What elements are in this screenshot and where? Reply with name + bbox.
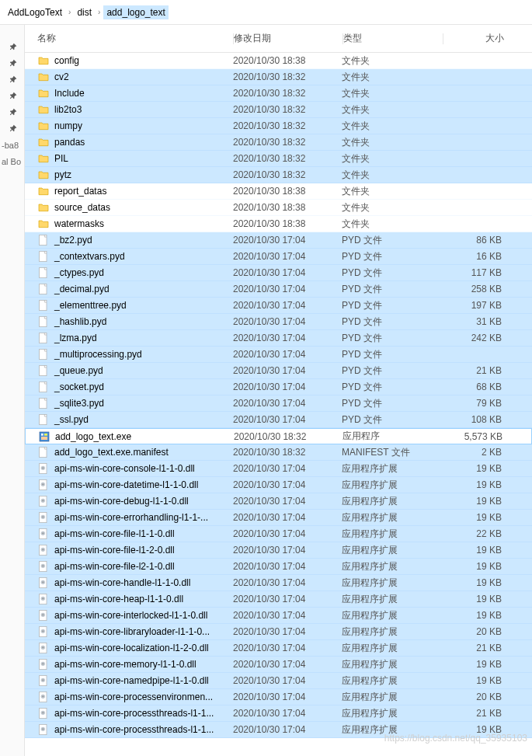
file-size: 19 KB (441, 496, 511, 507)
pin-icon[interactable] (0, 120, 24, 137)
file-type: PYD 文件 (342, 299, 441, 312)
header-type[interactable]: 类型 (343, 32, 443, 45)
table-row[interactable]: _sqlite3.pyd2020/10/30 17:04PYD 文件79 KB (25, 395, 532, 412)
header-size[interactable]: 大小 (443, 32, 513, 45)
table-row[interactable]: watermasks2020/10/30 18:38文件夹 (25, 216, 532, 232)
table-row[interactable]: cv22020/10/30 18:32文件夹 (25, 69, 532, 85)
table-row[interactable]: numpy2020/10/30 18:32文件夹 (25, 118, 532, 134)
file-name: api-ms-win-core-datetime-l1-1-0.dll (54, 479, 198, 490)
table-row[interactable]: api-ms-win-core-file-l1-1-0.dll2020/10/3… (25, 526, 532, 542)
table-row[interactable]: api-ms-win-core-file-l2-1-0.dll2020/10/3… (25, 559, 532, 575)
dll-icon (37, 511, 50, 524)
file-date: 2020/10/30 17:04 (233, 643, 342, 653)
table-row[interactable]: lib2to32020/10/30 18:32文件夹 (25, 102, 532, 118)
sidebar-item[interactable]: al Bo (0, 153, 24, 169)
table-row[interactable]: _hashlib.pyd2020/10/30 17:04PYD 文件31 KB (25, 314, 532, 330)
table-row[interactable]: _multiprocessing.pyd2020/10/30 17:04PYD … (25, 347, 532, 363)
table-row[interactable]: add_logo_text.exe.manifest2020/10/30 18:… (25, 444, 532, 461)
svg-rect-5 (40, 316, 47, 326)
dll-icon (37, 723, 50, 736)
svg-point-58 (42, 679, 43, 681)
svg-rect-9 (40, 381, 47, 392)
file-date: 2020/10/30 17:04 (233, 545, 342, 556)
pin-icon[interactable] (0, 71, 24, 88)
table-row[interactable]: _contextvars.pyd2020/10/30 17:04PYD 文件16… (25, 249, 532, 265)
table-row[interactable]: _bz2.pyd2020/10/30 17:04PYD 文件86 KB (25, 232, 532, 249)
chevron-right-icon: › (68, 8, 71, 16)
table-row[interactable]: pandas2020/10/30 18:32文件夹 (25, 134, 532, 151)
table-row[interactable]: pytz2020/10/30 18:32文件夹 (25, 167, 532, 183)
svg-rect-8 (40, 365, 47, 375)
file-size: 19 KB (441, 659, 511, 670)
file-size: 2 KB (441, 447, 511, 458)
table-row[interactable]: api-ms-win-core-processthreads-l1-1...20… (25, 722, 532, 738)
pin-icon[interactable] (0, 104, 24, 120)
table-row[interactable]: api-ms-win-core-file-l1-2-0.dll2020/10/3… (25, 542, 532, 559)
table-row[interactable]: _ctypes.pyd2020/10/30 17:04PYD 文件117 KB (25, 265, 532, 281)
table-row[interactable]: Include2020/10/30 18:32文件夹 (25, 85, 532, 102)
table-row[interactable]: api-ms-win-core-debug-l1-1-0.dll2020/10/… (25, 493, 532, 510)
table-row[interactable]: api-ms-win-core-heap-l1-1-0.dll2020/10/3… (25, 591, 532, 608)
file-name: report_datas (54, 186, 106, 197)
header-name[interactable]: 名称 (25, 32, 233, 45)
file-name: api-ms-win-core-file-l2-1-0.dll (54, 561, 175, 572)
file-type: 文件夹 (342, 185, 441, 198)
table-row[interactable]: api-ms-win-core-handle-l1-1-0.dll2020/10… (25, 575, 532, 591)
table-row[interactable]: api-ms-win-core-memory-l1-1-0.dll2020/10… (25, 657, 532, 673)
pin-icon[interactable] (0, 39, 24, 55)
dll-icon (37, 528, 50, 540)
table-row[interactable]: report_datas2020/10/30 18:38文件夹 (25, 183, 532, 200)
file-name: add_logo_text.exe.manifest (54, 447, 169, 458)
header-date[interactable]: 修改日期 (234, 32, 342, 45)
table-row[interactable]: PIL2020/10/30 18:32文件夹 (25, 151, 532, 167)
table-row[interactable]: api-ms-win-core-namedpipe-l1-1-0.dll2020… (25, 673, 532, 689)
file-date: 2020/10/30 17:04 (233, 333, 342, 343)
file-name: api-ms-win-core-namedpipe-l1-1-0.dll (54, 675, 209, 686)
file-name: api-ms-win-core-errorhandling-l1-1-... (54, 512, 208, 523)
breadcrumb-item[interactable]: AddLogoText (5, 5, 65, 19)
svg-point-19 (42, 467, 43, 469)
svg-rect-0 (40, 235, 47, 245)
table-row[interactable]: source_datas2020/10/30 18:38文件夹 (25, 200, 532, 216)
table-row[interactable]: api-ms-win-core-console-l1-1-0.dll2020/1… (25, 461, 532, 477)
sidebar-item[interactable]: -ba8 (0, 137, 24, 153)
file-icon (37, 364, 50, 377)
table-row[interactable]: api-ms-win-core-datetime-l1-1-0.dll2020/… (25, 477, 532, 493)
table-row[interactable]: _elementtree.pyd2020/10/30 17:04PYD 文件19… (25, 298, 532, 314)
table-row[interactable]: api-ms-win-core-processenvironmen...2020… (25, 689, 532, 705)
file-date: 2020/10/30 17:04 (233, 479, 342, 490)
file-size: 117 KB (441, 267, 511, 278)
table-row[interactable]: _socket.pyd2020/10/30 17:04PYD 文件68 KB (25, 379, 532, 395)
table-row[interactable]: _lzma.pyd2020/10/30 17:04PYD 文件242 KB (25, 330, 532, 347)
table-row[interactable]: _queue.pyd2020/10/30 17:04PYD 文件21 KB (25, 363, 532, 379)
file-name: api-ms-win-core-memory-l1-1-0.dll (54, 659, 196, 670)
table-row[interactable]: api-ms-win-core-interlocked-l1-1-0.dll20… (25, 608, 532, 624)
breadcrumb-item[interactable]: dist (74, 5, 95, 19)
table-row[interactable]: api-ms-win-core-errorhandling-l1-1-...20… (25, 510, 532, 526)
table-row[interactable]: _ssl.pyd2020/10/30 17:04PYD 文件108 KB (25, 412, 532, 428)
table-row[interactable]: config2020/10/30 18:38文件夹 (25, 53, 532, 69)
pin-icon[interactable] (0, 88, 24, 104)
table-row[interactable]: api-ms-win-core-libraryloader-l1-1-0...2… (25, 624, 532, 640)
svg-rect-10 (40, 398, 47, 408)
breadcrumb-item[interactable]: add_logo_text (103, 5, 168, 19)
file-date: 2020/10/30 17:04 (233, 626, 342, 637)
dll-icon (37, 479, 50, 491)
file-type: PYD 文件 (342, 348, 441, 361)
table-row[interactable]: api-ms-win-core-processthreads-l1-1...20… (25, 705, 532, 722)
file-type: PYD 文件 (342, 234, 441, 247)
file-type: 文件夹 (342, 169, 441, 182)
pin-icon[interactable] (0, 55, 24, 71)
exe-icon (38, 430, 50, 443)
table-row[interactable]: api-ms-win-core-localization-l1-2-0.dll2… (25, 640, 532, 657)
dll-icon (37, 625, 50, 638)
table-row[interactable]: add_logo_text.exe2020/10/30 18:32应用程序5,5… (25, 428, 532, 444)
folder-icon (37, 201, 50, 214)
file-name: _bz2.pyd (54, 235, 92, 246)
table-row[interactable]: _decimal.pyd2020/10/30 17:04PYD 文件258 KB (25, 281, 532, 298)
file-name: _multiprocessing.pyd (54, 349, 142, 360)
file-size: 20 KB (441, 692, 511, 702)
folder-icon (37, 120, 50, 132)
file-name: _hashlib.pyd (54, 316, 106, 327)
file-size: 19 KB (441, 545, 511, 556)
